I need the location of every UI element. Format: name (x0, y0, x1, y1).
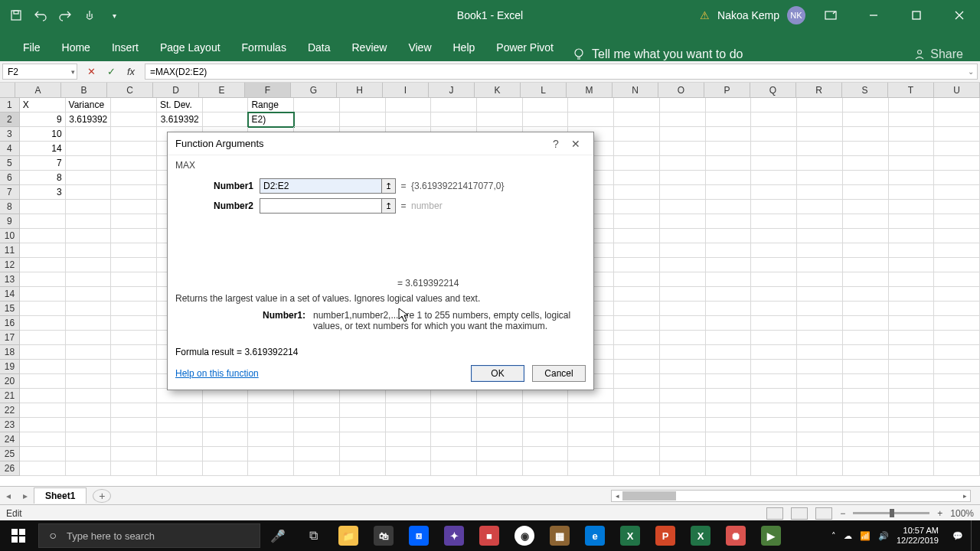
cell-S6[interactable] (843, 171, 889, 185)
cell-Q20[interactable] (751, 374, 797, 389)
cell-Q26[interactable] (751, 461, 797, 476)
cell-F23[interactable] (248, 418, 294, 432)
chrome-icon[interactable]: ◉ (507, 520, 542, 551)
cell-T10[interactable] (889, 229, 935, 243)
normal-view-button[interactable] (766, 507, 783, 520)
cell-N11[interactable] (614, 243, 660, 258)
cell-I1[interactable] (386, 98, 432, 112)
cell-P8[interactable] (706, 200, 752, 214)
cell-B7[interactable] (66, 185, 112, 200)
row-header-4[interactable]: 4 (0, 142, 20, 156)
cell-G2[interactable] (294, 112, 340, 127)
cell-L22[interactable] (523, 403, 569, 418)
cell-R7[interactable] (797, 185, 843, 200)
cell-R21[interactable] (797, 389, 843, 403)
cell-P10[interactable] (706, 229, 752, 243)
cell-G26[interactable] (294, 461, 340, 476)
tab-power-pivot[interactable]: Power Pivot (485, 34, 564, 61)
cell-T23[interactable] (889, 418, 935, 432)
column-header-H[interactable]: H (337, 83, 383, 97)
arg2-input[interactable] (260, 198, 382, 214)
cell-C4[interactable] (111, 142, 157, 156)
cell-A13[interactable] (20, 272, 66, 287)
cell-R18[interactable] (797, 345, 843, 360)
touch-mode-icon[interactable] (83, 8, 96, 22)
cell-N6[interactable] (614, 171, 660, 185)
cell-M23[interactable] (568, 418, 614, 432)
cell-S21[interactable] (843, 389, 889, 403)
cell-N26[interactable] (614, 461, 660, 476)
cell-E23[interactable] (203, 418, 249, 432)
column-header-I[interactable]: I (383, 83, 429, 97)
cell-O9[interactable] (660, 214, 706, 229)
cell-M22[interactable] (568, 403, 614, 418)
cell-K21[interactable] (477, 389, 523, 403)
cell-E1[interactable] (203, 98, 249, 112)
cell-D25[interactable] (157, 447, 203, 461)
cell-T18[interactable] (889, 345, 935, 360)
cell-I24[interactable] (386, 432, 432, 447)
maximize-button[interactable] (899, 0, 934, 31)
cell-S12[interactable] (843, 258, 889, 272)
tell-me-search[interactable]: Tell me what you want to do (572, 47, 743, 61)
cell-N18[interactable] (614, 345, 660, 360)
cell-T5[interactable] (889, 156, 935, 171)
cell-O14[interactable] (660, 287, 706, 302)
cell-A6[interactable]: 8 (20, 171, 66, 185)
column-header-Q[interactable]: Q (750, 83, 796, 97)
cell-C19[interactable] (111, 360, 157, 374)
cell-A17[interactable] (20, 331, 66, 345)
help-on-function-link[interactable]: Help on this function (175, 368, 259, 379)
cell-Q16[interactable] (751, 316, 797, 331)
row-header-15[interactable]: 15 (0, 302, 20, 316)
cell-Q2[interactable] (751, 112, 797, 127)
cell-N25[interactable] (614, 447, 660, 461)
cell-C11[interactable] (111, 243, 157, 258)
cell-U15[interactable] (934, 302, 980, 316)
cell-Q9[interactable] (751, 214, 797, 229)
cell-D1[interactable]: St. Dev. (157, 98, 203, 112)
cell-H26[interactable] (340, 461, 386, 476)
cell-B8[interactable] (66, 200, 112, 214)
cell-Q3[interactable] (751, 127, 797, 142)
row-header-9[interactable]: 9 (0, 214, 20, 229)
arg2-collapse-icon[interactable]: ↥ (382, 198, 396, 214)
cell-P5[interactable] (706, 156, 752, 171)
cell-R15[interactable] (797, 302, 843, 316)
cell-T17[interactable] (889, 331, 935, 345)
cell-S25[interactable] (843, 447, 889, 461)
cell-B23[interactable] (66, 418, 112, 432)
cell-H24[interactable] (340, 432, 386, 447)
cell-T20[interactable] (889, 374, 935, 389)
cell-G25[interactable] (294, 447, 340, 461)
cell-B3[interactable] (66, 127, 112, 142)
cell-S7[interactable] (843, 185, 889, 200)
cell-G21[interactable] (294, 389, 340, 403)
app-icon-3[interactable]: ▦ (542, 520, 577, 551)
cell-U12[interactable] (934, 258, 980, 272)
cell-O10[interactable] (660, 229, 706, 243)
cell-I25[interactable] (386, 447, 432, 461)
cell-C6[interactable] (111, 171, 157, 185)
clock[interactable]: 10:57 AM 12/22/2019 (897, 526, 945, 546)
row-header-16[interactable]: 16 (0, 316, 20, 331)
cell-T22[interactable] (889, 403, 935, 418)
cell-N19[interactable] (614, 360, 660, 374)
store-icon[interactable]: 🛍 (366, 520, 401, 551)
cell-J23[interactable] (431, 418, 477, 432)
cell-H25[interactable] (340, 447, 386, 461)
cell-U8[interactable] (934, 200, 980, 214)
cell-B22[interactable] (66, 403, 112, 418)
cell-C22[interactable] (111, 403, 157, 418)
cell-U9[interactable] (934, 214, 980, 229)
cell-T7[interactable] (889, 185, 935, 200)
cell-N7[interactable] (614, 185, 660, 200)
cell-M25[interactable] (568, 447, 614, 461)
column-header-T[interactable]: T (888, 83, 934, 97)
page-break-view-button[interactable] (815, 507, 832, 520)
cell-H21[interactable] (340, 389, 386, 403)
cell-I26[interactable] (386, 461, 432, 476)
cell-P13[interactable] (706, 272, 752, 287)
scroll-left-icon[interactable]: ◂ (612, 491, 622, 501)
cancel-formula-icon[interactable]: ✕ (85, 66, 97, 77)
